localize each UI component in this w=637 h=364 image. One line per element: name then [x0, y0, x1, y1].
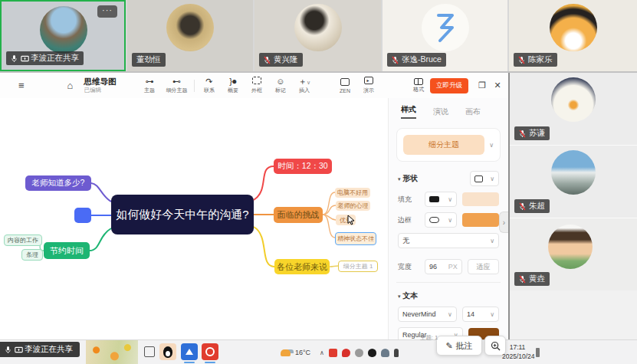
tab-canvas[interactable]: 画布 — [465, 107, 481, 117]
subtopic-node[interactable]: 电脑不好用 — [335, 188, 370, 198]
participant-name: 陈家乐 — [528, 54, 553, 65]
font-family-dropdown[interactable]: NeverMind∨ — [398, 307, 457, 322]
sharing-indicator[interactable]: 李波正在共享 — [0, 342, 80, 357]
fit-button[interactable]: 适应 — [468, 259, 499, 274]
shape-dropdown[interactable]: ∨ — [470, 171, 499, 186]
relation-button[interactable]: ↷联系 — [197, 77, 221, 94]
participants-sidebar: 苏谦 朱超 黄垚 — [508, 73, 637, 339]
red-app-icon[interactable] — [202, 343, 218, 360]
topic-node[interactable]: 时间：12：30 — [274, 159, 332, 174]
maximize-button[interactable]: ❐ — [474, 80, 490, 90]
topic-button[interactable]: ⊶主题 — [137, 77, 161, 94]
tray-penguin-icon[interactable] — [368, 349, 376, 357]
video-tile-dongjinheng[interactable]: 董劲恒 — [127, 0, 253, 71]
boundary-button[interactable]: 外框 — [245, 77, 268, 94]
subtopic-node[interactable]: 细分主题 1 — [338, 261, 378, 272]
annotate-button[interactable]: ✎ 批注 — [436, 336, 482, 356]
fill-label: 填充 — [398, 195, 419, 205]
border-style-dropdown[interactable]: ∨ — [425, 212, 457, 228]
tab-style[interactable]: 样式 — [401, 104, 416, 119]
topic-node[interactable]: 老师知道多少? — [25, 175, 91, 191]
weather-temp[interactable]: 16°C — [295, 349, 310, 356]
tab-pitch[interactable]: 演说 — [433, 107, 448, 117]
border-color-swatch[interactable] — [462, 213, 499, 227]
present-button[interactable]: ▸演示 — [356, 77, 380, 94]
tray-expand-chevron[interactable]: ∧ — [320, 349, 324, 356]
clock-time: 17:11 — [502, 343, 533, 353]
more-options-button[interactable]: ··· — [97, 5, 117, 18]
border-line-dropdown[interactable]: 无∨ — [398, 233, 499, 248]
subtopic-node[interactable]: 内容的工作 — [4, 234, 42, 246]
app-titlebar: ≡ ⌂ 思维导图 已编辑 ⊶主题 ⊷细分主题 ↷联系 }⏺概要 外框 ☺标记 ＋… — [0, 73, 508, 99]
participant-name: 黄兴隆 — [274, 54, 298, 65]
tray-red-icon[interactable] — [329, 349, 337, 357]
marker-button[interactable]: ☺标记 — [268, 77, 292, 94]
zen-icon — [340, 78, 350, 87]
pencil-icon: ✎ — [445, 341, 452, 351]
font-size-dropdown[interactable]: 14∨ — [462, 307, 499, 322]
fill-style-dropdown[interactable]: ∨ — [425, 192, 457, 207]
width-input[interactable]: 96PX — [425, 259, 462, 274]
topic-node-empty[interactable] — [74, 208, 91, 223]
tray-red-icon-2[interactable] — [342, 349, 350, 357]
insert-button[interactable]: ＋∨插入 — [292, 77, 316, 94]
participant-name: 黄垚 — [529, 274, 545, 284]
avatar — [551, 150, 596, 195]
widgets-icon[interactable] — [141, 343, 158, 360]
format-panel-button[interactable]: 格式 — [413, 78, 424, 93]
menu-icon[interactable]: ≡ — [18, 80, 25, 91]
home-icon[interactable]: ⌂ — [67, 80, 74, 91]
tray-person-icon[interactable] — [381, 349, 389, 357]
qq-app-icon[interactable] — [159, 343, 176, 360]
blue-app-icon[interactable] — [181, 343, 198, 360]
shape-section-header[interactable]: ▾ 形状 — [398, 173, 418, 184]
document-title: 思维导图 — [84, 77, 116, 87]
central-topic-node[interactable]: 如何做好今天中午的沟通? — [111, 195, 254, 234]
show-desktop-icon[interactable] — [536, 348, 540, 357]
mindmap-canvas[interactable]: 老师知道多少? 如何做好今天中午的沟通? 节约时间 内容的工作 条理 时间：12… — [0, 98, 389, 339]
subtopic-node[interactable]: 老师的心理 — [336, 201, 370, 211]
sharing-text: 李波正在共享 — [25, 344, 73, 355]
format-icon — [414, 78, 423, 85]
subtopic-button[interactable]: ⊷细分主题 — [161, 77, 192, 94]
avatar — [166, 4, 214, 51]
marker-icon: ☺ — [276, 77, 284, 86]
tray-mic-icon[interactable] — [394, 349, 399, 357]
system-tray: 16°C ∧ — [281, 340, 399, 364]
participant-name-badge: 张逸-Bruce — [387, 53, 446, 67]
avatar — [422, 4, 469, 51]
tray-gray-icon[interactable] — [355, 349, 363, 357]
mindmap-app-window: ≡ ⌂ 思维导图 已编辑 ⊶主题 ⊷细分主题 ↷联系 }⏺概要 外框 ☺标记 ＋… — [0, 73, 508, 339]
divider — [194, 80, 195, 92]
subtopic-node[interactable]: 条理 — [21, 249, 43, 261]
avatar — [551, 77, 596, 122]
participant-name-badge: 黄兴隆 — [259, 53, 303, 67]
fill-color-swatch[interactable] — [462, 192, 499, 206]
topic-node[interactable]: 各位老师来说 — [274, 259, 330, 274]
video-tile-libo[interactable]: ··· 李波正在共享 — [0, 0, 126, 71]
participant-name-badge: 朱超 — [514, 199, 550, 213]
subtopic-node-selected[interactable]: 精神状态不佳 — [335, 232, 376, 245]
upgrade-button[interactable]: 立即升级 — [430, 78, 468, 93]
video-tile-huangyao[interactable]: 黄垚 — [510, 218, 637, 290]
chevron-down-icon: ∨ — [490, 175, 494, 182]
topic-node[interactable]: 节约时间 — [44, 242, 90, 259]
style-selector-card[interactable]: 细分主题 ∨ — [396, 128, 501, 162]
topic-node[interactable]: 面临的挑战 — [274, 207, 323, 223]
chevron-down-icon: ∨ — [490, 238, 494, 244]
summary-button[interactable]: }⏺概要 — [221, 77, 245, 94]
video-tile-suqian[interactable]: 苏谦 — [510, 73, 637, 146]
chevron-down-icon: ∨ — [448, 311, 452, 318]
panel-collapse-handle[interactable]: › — [499, 212, 508, 233]
video-tile-huangxinglong[interactable]: 黄兴隆 — [254, 0, 381, 71]
taskbar: 李波正在共享 16°C ∧ ✎ 批注 17:1 — [0, 339, 637, 364]
video-tile-chenjiale[interactable]: 陈家乐 — [509, 0, 637, 71]
close-button[interactable]: ✕ — [490, 80, 505, 90]
taskbar-clock[interactable]: 17:11 2025/10/24 — [502, 343, 533, 362]
mic-muted-icon — [392, 56, 399, 64]
zen-mode-button[interactable]: ZEN — [333, 78, 356, 93]
video-tile-zhangyi[interactable]: 张逸-Bruce — [383, 0, 507, 71]
video-tile-zhuchao[interactable]: 朱超 — [510, 146, 637, 218]
desktop-wallpaper — [86, 340, 138, 364]
text-section-header[interactable]: ▾ 文本 — [398, 290, 418, 301]
